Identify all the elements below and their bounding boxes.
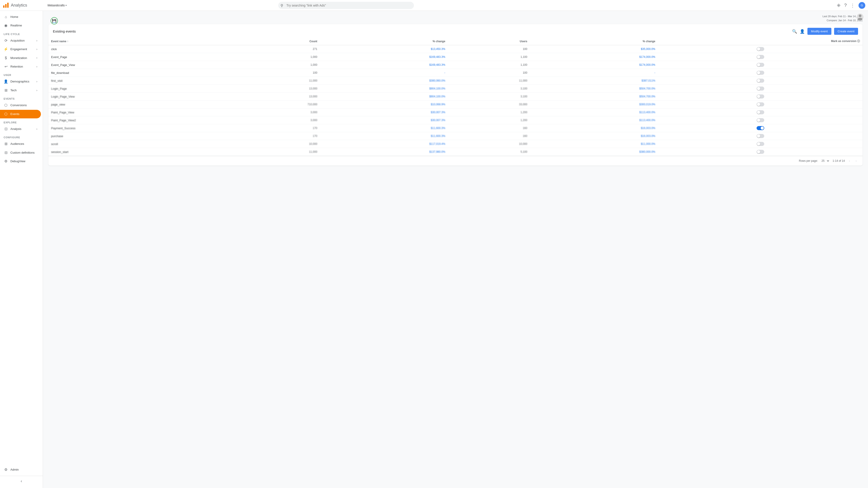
sidebar-item-retention[interactable]: ↩ Retention › <box>0 62 41 71</box>
debugview-icon: ⚙ <box>4 159 8 164</box>
svg-rect-2 <box>7 3 8 8</box>
cell-count: 10,000 <box>229 140 320 148</box>
expand-acquisition-icon: › <box>36 39 37 43</box>
sidebar-item-events[interactable]: ⬡ Events <box>0 110 41 119</box>
pagination-info: 1-14 of 14 <box>833 159 845 162</box>
account-selector[interactable]: Webandicrafts ▾ <box>48 4 67 7</box>
create-event-button[interactable]: Create event <box>834 28 858 35</box>
cell-conversion <box>658 53 863 61</box>
sidebar-item-home[interactable]: ⌂ Home <box>0 13 41 21</box>
date-line1: Last 28 days: Feb 11 - Mar 14, 2021 <box>49 14 863 19</box>
conversion-toggle[interactable] <box>756 78 764 83</box>
cell-users: 1,100 <box>448 53 530 61</box>
cell-count: 1,000 <box>229 61 320 69</box>
cell-event-name: file_download <box>49 69 229 77</box>
cell-conversion <box>658 108 863 116</box>
sidebar-item-custom-definitions[interactable]: ⊟ Custom definitions <box>0 149 41 157</box>
cell-users: 11,000 <box>448 77 530 85</box>
events-table-header: Event name ↑ Count % change Users % chan… <box>49 37 863 45</box>
monetization-icon: $ <box>4 56 8 61</box>
cell-count-change: $30,007.3% <box>320 108 448 116</box>
sidebar-item-conversions[interactable]: ⬡ Conversions <box>0 101 41 109</box>
top-right-avatar[interactable] <box>857 13 864 20</box>
cell-conversion <box>658 124 863 132</box>
cell-event-name: click <box>49 45 229 53</box>
conversion-toggle[interactable] <box>756 118 764 122</box>
events-card-header: Existing events 🔍 👤 Modify event Create … <box>49 24 863 37</box>
modify-event-button[interactable]: Modify event <box>807 28 831 35</box>
section-lifecycle: LIFE CYCLE <box>0 30 43 36</box>
sidebar-collapse-button[interactable]: ‹ <box>0 476 43 486</box>
cell-count-change: $10,068.9% <box>320 101 448 108</box>
sidebar-item-analysis[interactable]: ⊡ Analysis › <box>0 125 41 133</box>
conversion-toggle[interactable] <box>756 102 764 106</box>
cell-users: 10,000 <box>448 140 530 148</box>
cell-count-change: $13,450.3% <box>320 45 448 53</box>
conversion-toggle[interactable] <box>756 63 764 67</box>
pagination-next-button[interactable]: › <box>854 158 858 163</box>
top-header: Analytics Webandicrafts ▾ ⚲ ⁜ ? ⋮ G <box>0 0 868 11</box>
cell-count-change: $380,060.0% <box>320 77 448 85</box>
analysis-icon: ⊡ <box>4 127 8 131</box>
cell-users: 3,100 <box>448 85 530 93</box>
user-avatar[interactable]: G <box>859 2 865 9</box>
conversion-toggle[interactable] <box>756 47 764 51</box>
cell-count: 11,000 <box>229 148 320 156</box>
cell-users-change: $387,011% <box>530 77 658 85</box>
cell-users-change: $16,003.0% <box>530 124 658 132</box>
table-search-icon[interactable]: 🔍 <box>792 29 797 34</box>
cell-count: 710,000 <box>229 101 320 108</box>
sidebar-label-monetization: Monetization <box>10 56 27 60</box>
cell-users: 100 <box>448 45 530 53</box>
table-user-icon[interactable]: 👤 <box>800 29 805 34</box>
sidebar: ⌂ Home ◉ Realtime LIFE CYCLE ⟳ Acquisiti… <box>0 11 43 488</box>
table-row: Event_Page_View 1,000 $169,483.3% 1,100 … <box>49 61 863 69</box>
table-row: file_download 100 - 100 - <box>49 69 863 77</box>
table-row: session_start 11,000 $137,980.0% 5,100 $… <box>49 148 863 156</box>
sidebar-item-demographics[interactable]: 👤 Demographics › <box>0 77 41 86</box>
cell-users: 160 <box>448 124 530 132</box>
cell-conversion <box>658 93 863 101</box>
conversion-toggle[interactable] <box>756 110 764 114</box>
help-icon[interactable]: ? <box>844 3 847 8</box>
table-row: Paint_Page_View2 3,000 $30,007.3% 1,200 … <box>49 116 863 124</box>
cell-count-change: - <box>320 69 448 77</box>
sidebar-item-tech[interactable]: ⊞ Tech › <box>0 86 41 95</box>
search-input[interactable] <box>278 2 414 9</box>
cell-users: 100 <box>448 69 530 77</box>
sidebar-item-realtime[interactable]: ◉ Realtime <box>0 21 41 30</box>
cell-users-change: $380,000.0% <box>530 148 658 156</box>
more-options-icon[interactable]: ⋮ <box>850 3 855 8</box>
cell-users: 1,200 <box>448 108 530 116</box>
rows-per-page-select[interactable]: 25 50 100 <box>820 159 830 163</box>
sidebar-label-demographics: Demographics <box>10 79 29 84</box>
sidebar-item-admin[interactable]: ⚙ Admin <box>0 465 41 474</box>
sidebar-label-retention: Retention <box>10 65 23 69</box>
sidebar-item-monetization[interactable]: $ Monetization › <box>0 54 41 62</box>
sidebar-item-engagement[interactable]: ⚡ Engagement › <box>0 45 41 54</box>
conversion-toggle[interactable] <box>756 142 764 146</box>
save-icon[interactable]: 💾 <box>51 17 58 24</box>
sidebar-item-acquisition[interactable]: ⟳ Acquisition › <box>0 36 41 45</box>
engagement-icon: ⚡ <box>4 47 8 52</box>
realtime-icon: ◉ <box>4 23 8 28</box>
conversion-toggle[interactable] <box>756 134 764 138</box>
conversion-toggle[interactable] <box>756 55 764 59</box>
cell-count-change: $169,483.3% <box>320 53 448 61</box>
pagination-prev-button[interactable]: ‹ <box>847 158 851 163</box>
conversion-toggle[interactable] <box>756 94 764 98</box>
apps-grid-icon[interactable]: ⁜ <box>837 3 841 8</box>
sidebar-label-acquisition: Acquisition <box>10 39 25 43</box>
admin-icon: ⚙ <box>4 467 8 472</box>
conversion-toggle[interactable] <box>756 150 764 154</box>
conversion-toggle[interactable] <box>756 87 764 91</box>
col-count-change: % change <box>320 37 448 45</box>
expand-analysis-icon: › <box>36 127 37 131</box>
sidebar-item-debugview[interactable]: ⚙ DebugView <box>0 157 41 166</box>
rows-per-page-label: Rows per page: <box>799 159 818 162</box>
sidebar-item-audiences[interactable]: ⊞ Audiences <box>0 140 41 148</box>
expand-tech-icon: › <box>36 89 37 92</box>
conversion-toggle[interactable] <box>756 126 764 130</box>
conversion-toggle[interactable] <box>756 71 764 75</box>
cell-conversion <box>658 61 863 69</box>
